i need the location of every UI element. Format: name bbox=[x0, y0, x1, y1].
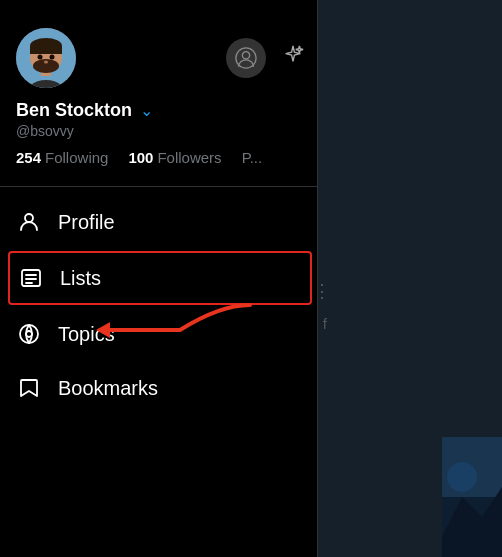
profile-name-row: Ben Stockton ⌄ bbox=[16, 100, 304, 121]
profile-stats: 254 Following 100 Followers P... bbox=[16, 149, 304, 166]
bookmarks-nav-label: Bookmarks bbox=[58, 377, 158, 400]
following-label: Following bbox=[45, 149, 108, 166]
svg-rect-5 bbox=[30, 46, 62, 54]
svg-point-8 bbox=[50, 55, 55, 60]
sidebar: Ben Stockton ⌄ @bsovvy 254 Following 100… bbox=[0, 0, 320, 557]
sparkle-icon[interactable] bbox=[282, 44, 304, 72]
landscape-photo bbox=[442, 437, 502, 557]
nav-item-lists[interactable]: Lists bbox=[8, 251, 312, 305]
svg-point-21 bbox=[447, 462, 477, 492]
top-icons bbox=[226, 38, 304, 78]
nav-list: Profile Lists bbox=[0, 195, 320, 415]
profile-name: Ben Stockton bbox=[16, 100, 132, 121]
nav-item-topics[interactable]: Topics bbox=[0, 307, 320, 361]
sparkle-svg bbox=[282, 44, 304, 66]
svg-point-7 bbox=[38, 55, 43, 60]
chevron-down-icon[interactable]: ⌄ bbox=[140, 101, 153, 120]
divider bbox=[0, 186, 320, 187]
photo-thumbnail bbox=[442, 437, 502, 557]
nav-item-bookmarks[interactable]: Bookmarks bbox=[0, 361, 320, 415]
profile-top-row bbox=[16, 28, 304, 88]
lists-nav-label: Lists bbox=[60, 267, 101, 290]
svg-point-12 bbox=[25, 214, 33, 222]
svg-point-17 bbox=[20, 325, 38, 343]
profile-header: Ben Stockton ⌄ @bsovvy 254 Following 100… bbox=[0, 16, 320, 178]
following-count: 254 bbox=[16, 149, 41, 166]
profile-nav-label: Profile bbox=[58, 211, 115, 234]
account-icon[interactable] bbox=[226, 38, 266, 78]
avatar-image bbox=[16, 28, 76, 88]
followers-stat[interactable]: 100 Followers bbox=[128, 149, 221, 166]
svg-point-11 bbox=[242, 52, 249, 59]
truncated-stat: P... bbox=[242, 149, 263, 166]
svg-point-9 bbox=[44, 61, 48, 64]
person-circle-icon bbox=[235, 47, 257, 69]
partial-text-f: f bbox=[323, 315, 327, 332]
avatar[interactable] bbox=[16, 28, 76, 88]
bookmarks-icon bbox=[16, 375, 42, 401]
lists-icon bbox=[18, 265, 44, 291]
following-stat[interactable]: 254 Following bbox=[16, 149, 108, 166]
nav-item-profile[interactable]: Profile bbox=[0, 195, 320, 249]
right-panel: ⋮ f bbox=[317, 0, 502, 557]
topics-nav-label: Topics bbox=[58, 323, 115, 346]
topics-icon-svg bbox=[17, 322, 41, 346]
person-icon-svg bbox=[17, 210, 41, 234]
three-dots: ⋮ bbox=[313, 280, 332, 302]
profile-icon bbox=[16, 209, 42, 235]
followers-count: 100 bbox=[128, 149, 153, 166]
profile-handle: @bsovvy bbox=[16, 123, 304, 139]
bookmark-icon-svg bbox=[17, 376, 41, 400]
lists-icon-svg bbox=[19, 266, 43, 290]
followers-label: Followers bbox=[157, 149, 221, 166]
topics-icon bbox=[16, 321, 42, 347]
